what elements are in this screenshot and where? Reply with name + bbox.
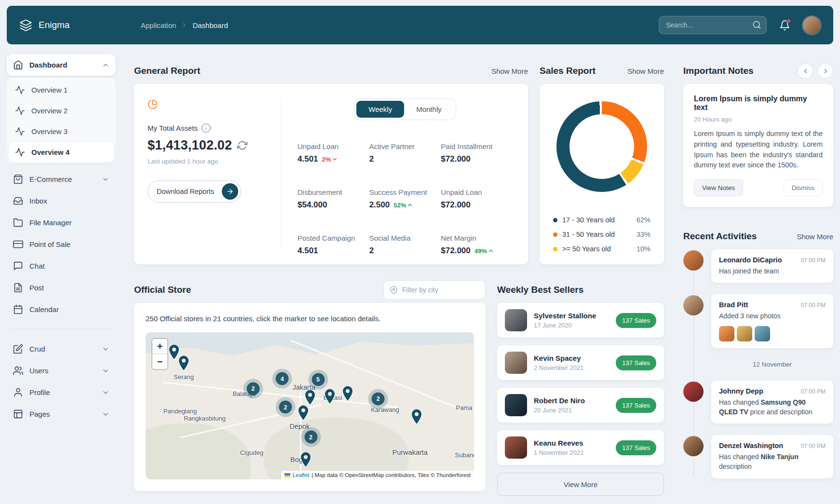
photo-thumbnail[interactable] [755,326,770,341]
sidebar-item-overview-1[interactable]: Overview 1 [9,80,114,100]
notes-next-button[interactable] [818,63,833,79]
note-time: 20 Hours ago [694,116,823,123]
legend-dot [553,218,557,222]
sidebar-item-chat[interactable]: Chat [7,255,116,277]
map-city-label: Pama [456,404,473,411]
pie-chart-icon [148,99,158,109]
topbar: Enigma Application Dashboard [7,6,833,44]
dismiss-button[interactable]: Dismiss [784,179,823,196]
user-avatar[interactable] [803,16,821,34]
message-square-icon [13,261,23,271]
activity-item: Leonardo DiCaprio 07:00 PM Has joined th… [711,249,833,283]
store-description: 250 Official stores in 21 countries, cli… [146,314,474,323]
store-map[interactable]: + − Serang Pandeglang Rangkasbitung Bala… [146,332,474,479]
official-store-section: Official Store 250 Official stores in 21… [134,282,486,496]
sidebar: Dashboard Overview 1 Overview 2 Overview… [0,44,122,425]
sidebar-item-calendar[interactable]: Calendar [7,299,116,320]
weekly-toggle-button[interactable]: Weekly [356,101,404,118]
sidebar-item-pages[interactable]: Pages [7,403,116,425]
sales-report-show-more-link[interactable]: Show More [627,67,664,75]
total-assets-value: $1,413,102.02 [148,138,232,153]
general-report-show-more-link[interactable]: Show More [491,67,528,75]
sales-badge: 137 Sales [616,440,656,455]
sidebar-item-ecommerce[interactable]: E-Commerce [7,168,116,190]
sidebar-item-profile[interactable]: Profile [7,381,116,403]
map-pin-marker[interactable] [305,390,315,407]
chevron-down-icon [331,156,338,163]
vertical-divider [281,97,281,251]
activity-icon [15,85,25,95]
map-pin-marker[interactable] [298,405,309,422]
photo-thumbnail[interactable] [737,326,752,341]
sidebar-item-overview-4[interactable]: Overview 4 [9,142,114,163]
photo-thumbnail[interactable] [719,326,734,341]
map-city-label: Depok [289,422,310,430]
legend-item: 17 - 30 Years old 62% [553,216,650,224]
delta-badge: 52% [393,202,413,209]
filter-by-city-input[interactable] [402,286,479,294]
download-reports-button[interactable]: Download Reports [148,180,241,203]
map-pin-marker[interactable] [169,344,179,362]
monthly-toggle-button[interactable]: Monthly [404,101,454,118]
sidebar-item-crud[interactable]: Crud [7,338,116,360]
view-more-button[interactable]: View More [497,473,664,496]
map-cluster-marker[interactable]: 2 [372,392,385,405]
breadcrumb-dashboard[interactable]: Dashboard [192,21,228,29]
sidebar-item-post[interactable]: Post [7,277,116,299]
map-cluster-marker[interactable]: 2 [279,401,292,414]
layers-logo-icon [19,19,32,32]
general-report-title: General Report [134,66,200,76]
map-cluster-marker[interactable]: 2 [304,431,317,444]
map-pin-marker[interactable] [342,386,353,403]
report-stats-panel: Weekly Monthly Unpaid Loan 4.501 2% [296,97,515,251]
note-title: Lorem Ipsum is simply dummy text [694,95,823,112]
map-cluster-marker[interactable]: 5 [312,373,325,386]
map-pin-marker[interactable] [325,389,335,406]
map-pin-marker[interactable] [300,452,311,469]
sidebar-item-dashboard[interactable]: Dashboard [7,54,116,76]
notes-prev-button[interactable] [798,63,813,79]
last-updated-text: Last updated 1 hour ago [148,158,218,165]
seller-photo [505,436,527,459]
map-city-label: Rangkasbitung [184,415,226,422]
notification-dot [786,19,791,23]
map-water [146,332,474,368]
sales-report-title: Sales Report [540,66,596,76]
map-city-label: Purwakarta [393,449,428,456]
sidebar-item-file-manager[interactable]: File Manager [7,212,116,233]
map-zoom-out-button[interactable]: − [152,354,167,369]
sidebar-item-overview-3[interactable]: Overview 3 [9,121,114,142]
activity-icon [15,106,25,116]
map-city-label: Subang [455,451,474,459]
map-pin-marker[interactable] [411,409,422,426]
edit-icon [13,344,23,354]
stat-disbursement: Disbursement $54.000 [298,188,369,210]
map-cluster-marker[interactable]: 4 [276,372,289,385]
sidebar-item-overview-2[interactable]: Overview 2 [9,100,114,121]
recent-activities-show-more-link[interactable]: Show More [797,232,833,241]
general-report-section: General Report Show More My Total Assets… [134,63,528,264]
user-icon [13,387,23,397]
search-input[interactable] [659,16,767,34]
total-assets-label: My Total Assets [148,124,198,132]
map-zoom-in-button[interactable]: + [152,339,167,354]
map-pin-icon [390,286,398,294]
view-notes-button[interactable]: View Notes [694,179,743,196]
sidebar-item-point-of-sale[interactable]: Point of Sale [7,233,116,255]
leaflet-link[interactable]: Leaflet [293,472,310,478]
chevron-left-icon [802,68,809,75]
important-notes-title: Important Notes [683,66,754,76]
map-cluster-marker[interactable]: 2 [246,382,259,395]
sidebar-item-users[interactable]: Users [7,360,116,381]
refresh-icon[interactable] [237,140,247,150]
donut-hole [569,114,634,179]
chevron-up-icon [406,202,413,208]
brand-logo[interactable]: Enigma [19,19,141,32]
sidebar-item-inbox[interactable]: Inbox [7,190,116,212]
dashboard-submenu: Overview 1 Overview 2 Overview 3 Overvie… [7,78,116,164]
info-icon[interactable] [201,123,211,133]
chevron-down-icon [102,389,109,396]
map-pin-marker[interactable] [178,355,189,373]
breadcrumb-application[interactable]: Application [141,21,176,29]
notifications-button[interactable] [779,20,790,31]
